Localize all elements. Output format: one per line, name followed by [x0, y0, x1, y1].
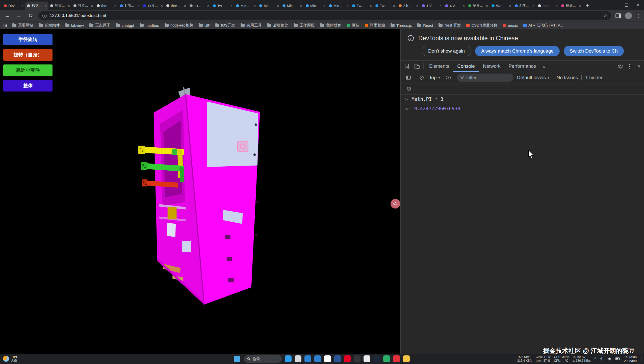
- browser-tab[interactable]: thre... ×: [536, 2, 559, 10]
- tab-close-icon[interactable]: ×: [207, 4, 209, 8]
- site-info-icon[interactable]: i: [42, 14, 47, 18]
- browser-tab[interactable]: Tw... ×: [211, 2, 234, 10]
- ime-indicator[interactable]: 中: [600, 356, 604, 361]
- console-entry[interactable]: > Math.PI * 3: [401, 95, 644, 104]
- taskbar-search-box[interactable]: [244, 355, 282, 363]
- threejs-canvas[interactable]: 半径旋转 旋转（自身） 靠近小零件 整体: [0, 29, 400, 354]
- forward-icon[interactable]: →: [15, 12, 23, 19]
- tab-close-icon[interactable]: ×: [68, 4, 70, 8]
- taskbar-app-icon[interactable]: [314, 355, 321, 362]
- browser-tab[interactable]: Mic... ×: [327, 2, 350, 10]
- tab-close-icon[interactable]: ×: [370, 4, 372, 8]
- bookmark-item[interactable]: music: [503, 23, 518, 28]
- tab-close-icon[interactable]: ×: [440, 4, 442, 8]
- tab-close-icon[interactable]: ×: [579, 4, 581, 8]
- viewport-action-button[interactable]: 半径旋转: [3, 34, 53, 45]
- console-settings-gear-icon[interactable]: [404, 86, 413, 92]
- refresh-icon[interactable]: ↻: [27, 12, 34, 19]
- log-levels-dropdown[interactable]: Default levels ▾: [517, 75, 549, 80]
- tab-close-icon[interactable]: ×: [45, 4, 47, 8]
- viewport-action-button[interactable]: 旋转（自身）: [3, 49, 53, 61]
- taskbar-search-input[interactable]: [253, 357, 275, 361]
- live-expression-eye-icon[interactable]: [444, 76, 453, 80]
- browser-tab[interactable]: 测量... ×: [467, 2, 490, 10]
- battery-icon[interactable]: [615, 357, 620, 360]
- taskbar-app-icon[interactable]: [285, 355, 292, 362]
- browser-tab[interactable]: thre... ×: [165, 2, 188, 10]
- more-tabs-icon[interactable]: »: [540, 61, 548, 72]
- bookmark-item[interactable]: 重要网站: [12, 23, 33, 28]
- taskbar-app-icon[interactable]: [373, 355, 380, 362]
- taskbar-app-icon[interactable]: [304, 355, 311, 362]
- taskbar-app-icon[interactable]: [324, 355, 331, 362]
- match-language-button[interactable]: Always match Chrome's language: [475, 46, 560, 56]
- bookmark-item[interactable]: node-red相关: [165, 23, 193, 28]
- tab-close-icon[interactable]: ×: [184, 4, 186, 8]
- bookmark-item[interactable]: UE: [199, 23, 210, 28]
- browser-tab[interactable]: 1.V... ×: [420, 2, 443, 10]
- taskbar-app-icon[interactable]: [393, 355, 400, 362]
- taskbar-app-icon[interactable]: [383, 355, 390, 362]
- viewport-action-button[interactable]: 靠近小零件: [3, 64, 53, 76]
- devtools-tab[interactable]: Console: [453, 61, 479, 72]
- bookmark-item[interactable]: 微信: [347, 23, 359, 28]
- browser-tab[interactable]: Mic... ×: [257, 2, 281, 10]
- browser-tab[interactable]: Mic... ×: [281, 2, 304, 10]
- issues-counter[interactable]: No Issues: [557, 75, 578, 80]
- maximize-button-icon[interactable]: [621, 0, 632, 10]
- tab-close-icon[interactable]: ×: [509, 4, 511, 8]
- browser-tab[interactable]: We... ×: [490, 2, 513, 10]
- taskbar-app-icon[interactable]: [354, 355, 360, 362]
- inspect-element-icon[interactable]: [403, 61, 412, 72]
- minimize-button-icon[interactable]: [609, 0, 621, 10]
- bookmark-item[interactable]: 实用工具: [241, 23, 262, 28]
- tab-close-icon[interactable]: ×: [463, 4, 465, 8]
- browser-tab[interactable]: Mic... ×: [234, 2, 257, 10]
- bookmark-item[interactable]: labview: [65, 23, 84, 28]
- browser-tab[interactable]: Dev... ×: [2, 2, 25, 10]
- start-button-icon[interactable]: [234, 356, 240, 362]
- taskbar-app-icon[interactable]: [364, 355, 370, 362]
- devtools-close-icon[interactable]: ×: [634, 61, 644, 72]
- bookmark-item[interactable]: Thress.js: [391, 23, 412, 28]
- browser-tab[interactable]: 1.前... ×: [118, 2, 141, 10]
- close-window-icon[interactable]: ×: [632, 0, 644, 10]
- bookmark-item[interactable]: 阿里邮箱: [365, 23, 385, 28]
- taskbar-weather-widget[interactable]: 18°C 大雨: [0, 355, 21, 362]
- tab-close-icon[interactable]: ×: [21, 4, 23, 8]
- viewport-action-button[interactable]: 整体: [3, 80, 53, 92]
- devtools-tab[interactable]: Network: [479, 61, 505, 72]
- juejin-floating-badge[interactable]: [391, 199, 400, 209]
- tab-close-icon[interactable]: ×: [91, 4, 93, 8]
- tab-close-icon[interactable]: ×: [254, 4, 256, 8]
- bookmark-item[interactable]: Nest 开发: [439, 23, 461, 28]
- bookmark-star-icon[interactable]: ☆: [603, 13, 607, 19]
- tab-close-icon[interactable]: ×: [138, 4, 140, 8]
- dont-show-again-button[interactable]: Don't show again: [422, 46, 471, 56]
- tray-chevron-up-icon[interactable]: ^: [594, 357, 597, 361]
- browser-tab[interactable]: 独立... ×: [72, 2, 95, 10]
- browser-tab[interactable]: 独立... ×: [48, 2, 72, 10]
- bookmark-item[interactable]: 后端框架: [267, 23, 288, 28]
- hidden-messages-count[interactable]: 1 hidden: [585, 75, 604, 80]
- console-filter-box[interactable]: [457, 74, 513, 82]
- devtools-settings-gear-icon[interactable]: [615, 61, 625, 72]
- side-panel-icon[interactable]: [615, 13, 621, 18]
- address-bar[interactable]: i 127.0.0.1:5501/indextest.html ☆: [38, 11, 611, 20]
- tab-close-icon[interactable]: ×: [114, 4, 116, 8]
- console-sidebar-icon[interactable]: [404, 75, 413, 80]
- tab-close-icon[interactable]: ×: [556, 4, 558, 8]
- tab-close-icon[interactable]: ×: [532, 4, 534, 8]
- bookmark-item[interactable]: chatgpt: [116, 23, 134, 28]
- bookmark-item[interactable]: 我的博客: [320, 23, 341, 28]
- clear-console-icon[interactable]: [417, 75, 426, 80]
- device-toolbar-icon[interactable]: [412, 61, 422, 72]
- execution-context-dropdown[interactable]: top ▾: [430, 75, 440, 80]
- bookmark-item[interactable]: 正点原子: [89, 23, 110, 28]
- taskbar-app-icon[interactable]: [295, 355, 301, 362]
- switch-devtools-language-button[interactable]: Switch DevTools to Ch: [564, 46, 624, 56]
- profile-avatar[interactable]: [625, 12, 632, 19]
- new-tab-button[interactable]: +: [584, 2, 591, 9]
- browser-tab[interactable]: 4.V... ×: [443, 2, 467, 10]
- tab-close-icon[interactable]: ×: [416, 4, 418, 8]
